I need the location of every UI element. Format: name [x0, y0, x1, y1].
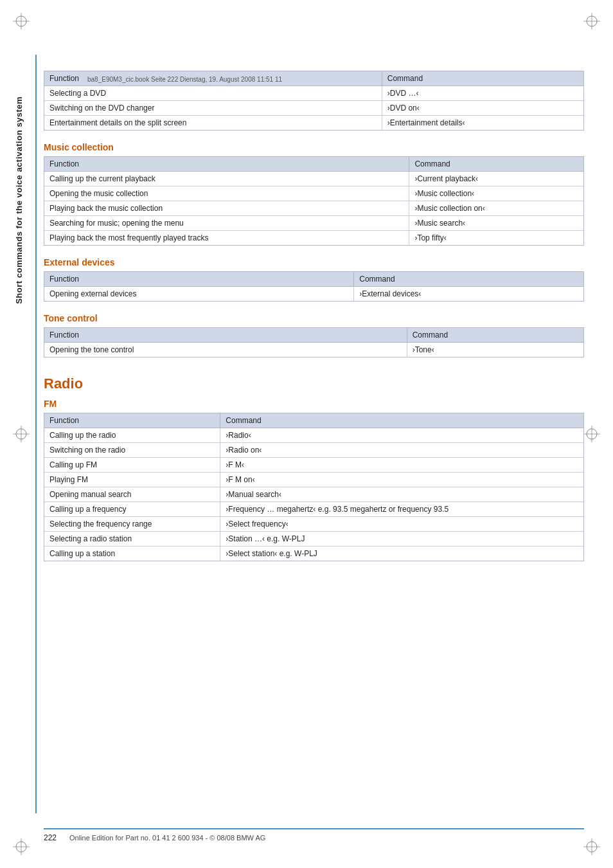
table-row: Playing back the most frequently played … [44, 231, 584, 246]
command-cell: ›Current playback‹ [409, 172, 584, 186]
function-cell: Opening external devices [44, 287, 354, 302]
command-cell: ›Tone‹ [407, 343, 583, 357]
table-row: Playing FM›F M on‹ [44, 473, 584, 487]
function-cell: Selecting the frequency range [44, 517, 220, 532]
command-cell: ›Radio‹ [220, 428, 584, 443]
radio-heading: Radio [44, 375, 584, 392]
table-row: Searching for music; opening the menu›Mu… [44, 216, 584, 231]
command-cell: ›DVD …‹ [382, 86, 583, 101]
command-cell: ›Entertainment details‹ [382, 116, 583, 131]
function-cell: Calling up a frequency [44, 502, 220, 517]
function-cell: Opening manual search [44, 487, 220, 502]
function-cell: Selecting a DVD [44, 86, 382, 101]
mid-mark-r [582, 424, 601, 444]
corner-mark-br [582, 837, 601, 856]
function-cell: Switching on the radio [44, 443, 220, 458]
table-row: Opening the music collection›Music colle… [44, 186, 584, 201]
file-path: ba8_E90M3_cic.book Seite 222 Dienstag, 1… [87, 76, 282, 83]
command-cell: ›F M on‹ [220, 473, 584, 487]
external-devices-table: Function Command Opening external device… [44, 271, 584, 302]
function-cell: Opening the tone control [44, 343, 407, 357]
command-cell: ›External devices‹ [354, 287, 584, 302]
command-cell: ›Select frequency‹ [220, 517, 584, 532]
table-row: Opening the tone control›Tone‹ [44, 343, 584, 357]
table-row: Opening external devices›External device… [44, 287, 584, 302]
table-row: Calling up the radio›Radio‹ [44, 428, 584, 443]
fm-heading: FM [44, 399, 584, 409]
command-cell: ›Top fifty‹ [409, 231, 584, 246]
function-cell: Calling up the radio [44, 428, 220, 443]
function-cell: Calling up a station [44, 547, 220, 561]
table-row: Calling up a station›Select station‹ e.g… [44, 547, 584, 561]
table-row: Calling up the current playback›Current … [44, 172, 584, 186]
command-cell: ›Frequency … megahertz‹ e.g. 93.5 megahe… [220, 502, 584, 517]
table-row: Calling up a frequency›Frequency … megah… [44, 502, 584, 517]
tc-col-command: Command [407, 328, 583, 343]
tone-control-heading: Tone control [44, 313, 584, 323]
table-row: Calling up FM›F M‹ [44, 458, 584, 473]
dvd-col-command: Command [382, 71, 583, 86]
function-cell: Playing FM [44, 473, 220, 487]
radio-table: Function Command Calling up the radio›Ra… [44, 413, 584, 561]
command-cell: ›Music search‹ [409, 216, 584, 231]
left-rule [35, 55, 37, 813]
mid-mark-l [12, 424, 31, 444]
command-cell: ›DVD on‹ [382, 101, 583, 116]
table-row: Selecting a radio station›Station …‹ e.g… [44, 532, 584, 547]
music-collection-heading: Music collection [44, 142, 584, 152]
function-cell: Calling up FM [44, 458, 220, 473]
ed-col-function: Function [44, 272, 354, 287]
corner-mark-tl [12, 12, 31, 31]
function-cell: Calling up the current playback [44, 172, 409, 186]
table-row: Entertainment details on the split scree… [44, 116, 584, 131]
music-collection-table: Function Command Calling up the current … [44, 156, 584, 246]
ed-col-command: Command [354, 272, 584, 287]
table-row: Switching on the DVD changer›DVD on‹ [44, 101, 584, 116]
footer-text: Online Edition for Part no. 01 41 2 600 … [69, 834, 265, 842]
function-cell: Selecting a radio station [44, 532, 220, 547]
command-cell: ›Station …‹ e.g. W-PLJ [220, 532, 584, 547]
command-cell: ›Music collection on‹ [409, 201, 584, 216]
page-container: Short commands for the voice activation … [0, 0, 613, 868]
command-cell: ›Manual search‹ [220, 487, 584, 502]
command-cell: ›F M‹ [220, 458, 584, 473]
table-row: Selecting the frequency range›Select fre… [44, 517, 584, 532]
page-number: 222 [44, 833, 63, 842]
function-cell: Playing back the most frequently played … [44, 231, 409, 246]
function-cell: Searching for music; opening the menu [44, 216, 409, 231]
corner-mark-bl [12, 837, 31, 856]
command-cell: ›Select station‹ e.g. W-PLJ [220, 547, 584, 561]
mc-col-function: Function [44, 157, 409, 172]
mc-col-command: Command [409, 157, 584, 172]
side-text: Short commands for the voice activation … [14, 96, 27, 304]
table-row: Playing back the music collection›Music … [44, 201, 584, 216]
corner-mark-tr [582, 12, 601, 31]
main-content: ba8_E90M3_cic.book Seite 222 Dienstag, 1… [44, 45, 584, 564]
function-cell: Playing back the music collection [44, 201, 409, 216]
function-cell: Entertainment details on the split scree… [44, 116, 382, 131]
command-cell: ›Music collection‹ [409, 186, 584, 201]
function-cell: Opening the music collection [44, 186, 409, 201]
external-devices-heading: External devices [44, 257, 584, 267]
footer: 222 Online Edition for Part no. 01 41 2 … [44, 828, 584, 842]
command-cell: ›Radio on‹ [220, 443, 584, 458]
tone-control-table: Function Command Opening the tone contro… [44, 327, 584, 357]
table-row: Switching on the radio›Radio on‹ [44, 443, 584, 458]
tc-col-function: Function [44, 328, 407, 343]
table-row: Selecting a DVD›DVD …‹ [44, 86, 584, 101]
radio-col-function: Function [44, 413, 220, 428]
function-cell: Switching on the DVD changer [44, 101, 382, 116]
radio-col-command: Command [220, 413, 584, 428]
table-row: Opening manual search›Manual search‹ [44, 487, 584, 502]
